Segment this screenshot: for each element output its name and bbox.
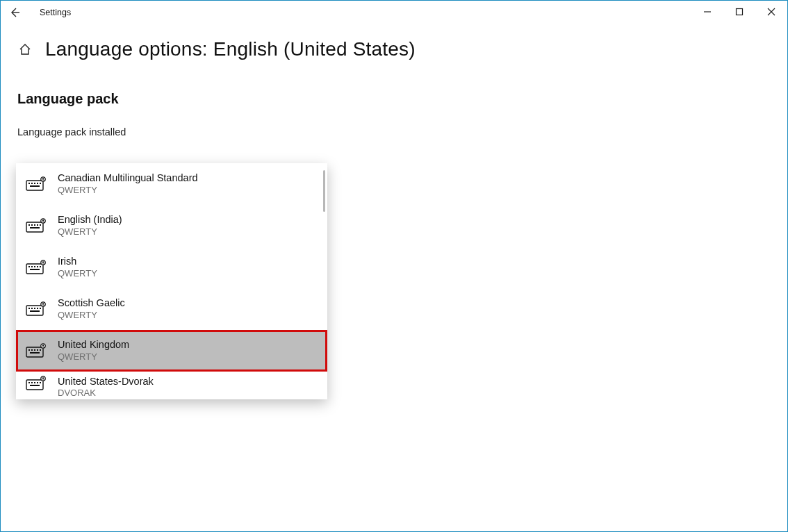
- svg-rect-64: [34, 349, 35, 351]
- svg-rect-53: [31, 308, 33, 309]
- keyboard-name: Irish: [58, 256, 97, 267]
- svg-rect-45: [37, 266, 38, 267]
- svg-rect-27: [30, 185, 40, 187]
- keyboard-name: United States-Dvorak: [58, 376, 154, 388]
- keyboard-text: English (India) QWERTY: [58, 214, 122, 238]
- svg-rect-23: [31, 183, 33, 184]
- svg-rect-62: [28, 349, 30, 351]
- keyboard-name: Scottish Gaelic: [58, 297, 125, 309]
- keyboard-selection-popup: Canadian Multilingual Standard QWERTY En…: [16, 163, 327, 399]
- svg-rect-33: [31, 224, 33, 226]
- svg-rect-67: [30, 352, 40, 354]
- keyboard-text: Canadian Multilingual Standard QWERTY: [58, 172, 198, 196]
- svg-rect-32: [28, 224, 30, 226]
- svg-rect-56: [40, 308, 41, 309]
- svg-rect-47: [30, 269, 40, 270]
- keyboard-option-selected[interactable]: United Kingdom QWERTY: [16, 330, 327, 372]
- keyboard-option[interactable]: Scottish Gaelic QWERTY: [16, 288, 327, 330]
- svg-rect-80: [43, 379, 44, 380]
- keyboard-layout: QWERTY: [58, 268, 97, 279]
- keyboard-text: United Kingdom QWERTY: [58, 339, 129, 363]
- scrollbar-thumb[interactable]: [323, 170, 325, 212]
- maximize-button[interactable]: [723, 1, 755, 23]
- svg-rect-35: [37, 224, 38, 226]
- keyboard-name: Canadian Multilingual Standard: [58, 172, 198, 184]
- keyboard-popup-scroll[interactable]: Canadian Multilingual Standard QWERTY En…: [16, 163, 327, 399]
- svg-rect-49: [42, 261, 44, 263]
- svg-rect-65: [37, 349, 38, 351]
- keyboard-option[interactable]: Irish QWERTY: [16, 247, 327, 288]
- svg-rect-74: [34, 382, 35, 383]
- titlebar-left: Settings: [6, 4, 71, 21]
- svg-rect-44: [34, 266, 35, 267]
- svg-rect-72: [28, 382, 30, 383]
- keyboard-name: United Kingdom: [58, 339, 129, 351]
- svg-rect-36: [40, 224, 41, 226]
- svg-rect-34: [34, 224, 35, 226]
- svg-rect-42: [28, 266, 30, 267]
- keyboard-icon: [26, 376, 47, 391]
- svg-rect-37: [30, 227, 40, 228]
- svg-rect-30: [43, 179, 44, 181]
- keyboard-layout: QWERTY: [58, 226, 122, 238]
- back-button[interactable]: [6, 4, 23, 21]
- keyboard-text: United States-Dvorak DVORAK: [58, 376, 154, 399]
- keyboard-icon: [26, 343, 47, 358]
- titlebar: Settings: [1, 1, 787, 24]
- svg-rect-70: [43, 346, 44, 347]
- keyboard-name: English (India): [58, 214, 122, 226]
- svg-rect-63: [31, 349, 33, 351]
- keyboard-icon: [26, 218, 47, 233]
- keyboard-icon: [26, 176, 47, 192]
- page-title: Language options: English (United States…: [45, 38, 416, 60]
- keyboard-layout: QWERTY: [58, 310, 125, 321]
- svg-rect-39: [42, 219, 44, 221]
- svg-rect-69: [42, 344, 44, 346]
- svg-rect-52: [28, 308, 30, 309]
- svg-rect-25: [37, 183, 38, 184]
- home-button[interactable]: [17, 42, 33, 57]
- window-title: Settings: [33, 8, 71, 17]
- svg-rect-57: [30, 310, 40, 312]
- keyboard-icon: [26, 260, 47, 275]
- keyboard-option[interactable]: United States-Dvorak DVORAK: [16, 372, 327, 399]
- keyboard-option[interactable]: Canadian Multilingual Standard QWERTY: [16, 163, 327, 205]
- keyboard-icon: [26, 301, 47, 317]
- close-button[interactable]: [755, 1, 787, 23]
- svg-rect-76: [40, 382, 41, 383]
- keyboard-text: Irish QWERTY: [58, 256, 97, 279]
- page-header: Language options: English (United States…: [17, 38, 775, 60]
- svg-rect-43: [31, 266, 33, 267]
- keyboard-text: Scottish Gaelic QWERTY: [58, 297, 125, 321]
- svg-rect-46: [40, 266, 41, 267]
- svg-rect-54: [34, 308, 35, 309]
- keyboard-layout: QWERTY: [58, 351, 129, 363]
- svg-rect-0: [737, 9, 743, 15]
- minimize-button[interactable]: [691, 1, 723, 23]
- section-language-pack-title: Language pack: [17, 91, 775, 107]
- svg-rect-50: [43, 263, 44, 264]
- svg-rect-26: [40, 183, 41, 184]
- svg-rect-66: [40, 349, 41, 351]
- svg-rect-29: [42, 178, 44, 179]
- svg-rect-40: [43, 221, 44, 222]
- svg-rect-59: [42, 303, 44, 304]
- language-pack-status: Language pack installed: [17, 126, 775, 138]
- keyboard-layout: QWERTY: [58, 185, 198, 196]
- svg-rect-22: [28, 183, 30, 184]
- svg-rect-73: [31, 382, 33, 383]
- svg-rect-77: [30, 385, 40, 386]
- keyboard-layout: DVORAK: [58, 388, 154, 399]
- settings-window: Settings Language options: English (Unit…: [0, 0, 788, 532]
- svg-rect-75: [37, 382, 38, 383]
- keyboard-option[interactable]: English (India) QWERTY: [16, 205, 327, 247]
- svg-rect-24: [34, 183, 35, 184]
- svg-rect-55: [37, 308, 38, 309]
- window-controls: [691, 1, 787, 23]
- svg-rect-60: [43, 304, 44, 306]
- svg-rect-79: [42, 377, 44, 379]
